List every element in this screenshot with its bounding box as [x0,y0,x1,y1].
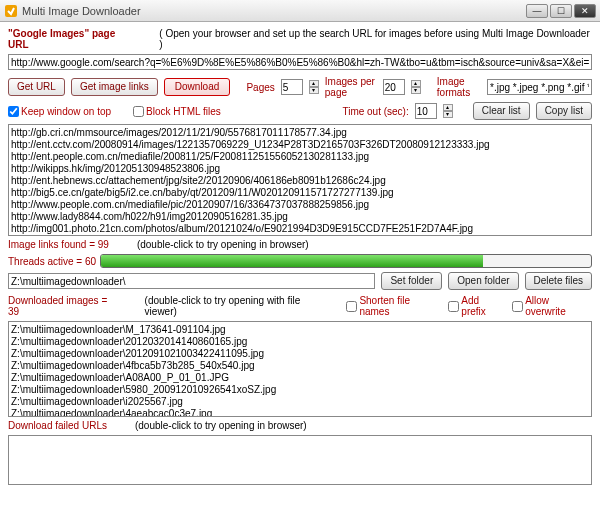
shorten-input[interactable] [346,301,357,312]
add-prefix-checkbox[interactable]: Add prefix [448,295,506,317]
image-formats-input[interactable] [487,79,592,95]
list-item[interactable]: Z:\multiimagedownloader\2012091021003422… [11,348,589,360]
get-image-links-button[interactable]: Get image links [71,78,158,96]
keep-on-top-input[interactable] [8,106,19,117]
open-folder-button[interactable]: Open folder [448,272,518,290]
keep-on-top-label: Keep window on top [21,106,111,117]
list-item[interactable]: http://ent.hebnews.cc/attachement/jpg/si… [11,175,589,187]
allow-overwrite-checkbox[interactable]: Allow overwrite [512,295,592,317]
maximize-button[interactable]: ☐ [550,4,572,18]
list-item[interactable]: http://ent.cctv.com/20080914/images/1221… [11,139,589,151]
timeout-up[interactable]: ▴ [443,104,453,111]
failed-hint: (double-click to try opening in browser) [135,420,307,431]
threads-label: Threads active = 60 [8,256,96,267]
url-label: "Google Images" page URL [8,28,137,50]
block-html-input[interactable] [133,106,144,117]
titlebar: Multi Image Downloader — ☐ ✕ [0,0,600,22]
copy-list-button[interactable]: Copy list [536,102,592,120]
list-item[interactable]: http://ent.people.com.cn/mediafile/20081… [11,151,589,163]
pages-down[interactable]: ▾ [309,87,319,94]
image-formats-label: Image formats [437,76,481,98]
list-item[interactable]: http://wikipps.hk/img/201205130948523806… [11,163,589,175]
shorten-label: Shorten file names [359,295,442,317]
list-item[interactable]: Z:\multiimagedownloader\4aeabcac0c3e7.jp… [11,408,589,417]
clear-list-button[interactable]: Clear list [473,102,530,120]
list-item[interactable]: Z:\multiimagedownloader\A08A00_P_01_01.J… [11,372,589,384]
list-item[interactable]: http://www.yn.xinhuanet.com/ent/2006-08/… [11,235,589,236]
allow-overwrite-input[interactable] [512,301,523,312]
list-item[interactable]: http://www.people.com.cn/mediafile/pic/2… [11,199,589,211]
images-per-page-input[interactable] [383,79,405,95]
window-title: Multi Image Downloader [22,5,524,17]
list-item[interactable]: Z:\multiimagedownloader\4fbca5b73b285_54… [11,360,589,372]
image-links-list[interactable]: http://gb.cri.cn/mmsource/images/2012/11… [8,124,592,236]
url-hint: ( Open your browser and set up the searc… [159,28,592,50]
url-input[interactable] [8,54,592,70]
list-item[interactable]: http://www.lady8844.com/h022/h91/img2012… [11,211,589,223]
block-html-label: Block HTML files [146,106,221,117]
timeout-input[interactable] [415,103,437,119]
add-prefix-input[interactable] [448,301,459,312]
images-per-page-label: Images per page [325,76,377,98]
list-item[interactable]: Z:\multiimagedownloader\5980_20091201092… [11,384,589,396]
allow-overwrite-label: Allow overwrite [525,295,592,317]
list-item[interactable]: http://gb.cri.cn/mmsource/images/2012/11… [11,127,589,139]
delete-files-button[interactable]: Delete files [525,272,592,290]
download-button[interactable]: Download [164,78,230,96]
failed-urls-list[interactable] [8,435,592,485]
progress-bar [100,254,592,268]
close-button[interactable]: ✕ [574,4,596,18]
pages-label: Pages [246,82,274,93]
block-html-checkbox[interactable]: Block HTML files [133,106,221,117]
get-url-button[interactable]: Get URL [8,78,65,96]
keep-on-top-checkbox[interactable]: Keep window on top [8,106,111,117]
folder-input[interactable] [8,273,375,289]
pages-input[interactable] [281,79,303,95]
ipp-up[interactable]: ▴ [411,80,421,87]
downloaded-label: Downloaded images = 39 [8,295,121,317]
add-prefix-label: Add prefix [461,295,506,317]
downloaded-hint: (double-click to try opening with file v… [145,295,335,317]
list-item[interactable]: Z:\multiimagedownloader\2012032014140860… [11,336,589,348]
timeout-down[interactable]: ▾ [443,111,453,118]
list-item[interactable]: http://big5.ce.cn/gate/big5/i2.ce.cn/bab… [11,187,589,199]
list-item[interactable]: Z:\multiimagedownloader\i2025567.jpg [11,396,589,408]
pages-up[interactable]: ▴ [309,80,319,87]
links-found-hint: (double-click to try opening in browser) [137,239,309,250]
failed-label: Download failed URLs [8,420,107,431]
ipp-down[interactable]: ▾ [411,87,421,94]
set-folder-button[interactable]: Set folder [381,272,442,290]
app-icon [4,4,18,18]
links-found-label: Image links found = 99 [8,239,109,250]
list-item[interactable]: Z:\multiimagedownloader\M_173641-091104.… [11,324,589,336]
minimize-button[interactable]: — [526,4,548,18]
downloaded-files-list[interactable]: Z:\multiimagedownloader\M_173641-091104.… [8,321,592,417]
progress-fill [101,255,483,267]
list-item[interactable]: http://img001.photo.21cn.com/photos/albu… [11,223,589,235]
shorten-checkbox[interactable]: Shorten file names [346,295,442,317]
timeout-label: Time out (sec): [342,106,408,117]
